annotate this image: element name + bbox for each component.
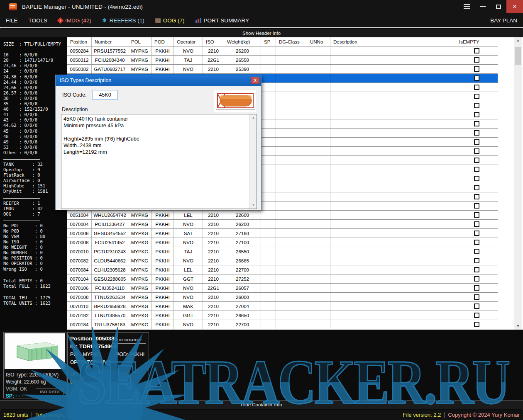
iso-data-button[interactable]: ISO DATA bbox=[36, 388, 64, 395]
isempty-checkbox[interactable] bbox=[474, 176, 479, 181]
isempty-checkbox[interactable] bbox=[474, 148, 479, 154]
isempty-checkbox[interactable] bbox=[474, 85, 479, 90]
isempty-checkbox[interactable] bbox=[474, 66, 479, 72]
isempty-checkbox[interactable] bbox=[474, 294, 479, 300]
scrollbar-down-arrow[interactable]: ▼ bbox=[514, 323, 522, 330]
isempty-checkbox[interactable] bbox=[474, 57, 479, 63]
table-row[interactable]: 0050382GATU0682717MYPKGPKKHINVO221025390 bbox=[67, 65, 498, 74]
table-row[interactable]: 0070110BPKU2958928MYPKGPKKHIMAK221027004 bbox=[67, 302, 498, 311]
table-cell bbox=[307, 274, 330, 283]
isempty-checkbox[interactable] bbox=[474, 203, 479, 209]
isempty-checkbox[interactable] bbox=[474, 267, 479, 272]
isempty-checkbox[interactable] bbox=[474, 313, 479, 318]
table-cell bbox=[307, 147, 330, 155]
minimize-button[interactable] bbox=[475, 0, 491, 13]
table-row[interactable]: 0070106FCIU3524110MYPKGPKKHINVO22G126057 bbox=[67, 284, 498, 293]
table-cell: PKKHI bbox=[152, 56, 174, 64]
menu-tools[interactable]: TOOLS bbox=[29, 17, 48, 24]
iso-code-input[interactable] bbox=[93, 90, 117, 100]
table-row[interactable]: 0070184TRLU3758183MYPKGPKKHINVO221022700 bbox=[67, 320, 498, 329]
isempty-checkbox[interactable] bbox=[474, 221, 479, 227]
close-button[interactable]: × bbox=[506, 0, 523, 13]
isempty-checkbox[interactable] bbox=[474, 303, 479, 309]
table-cell bbox=[276, 147, 307, 155]
dialog-title-bar[interactable]: ISO Types Description bbox=[56, 75, 261, 86]
isempty-checkbox[interactable] bbox=[474, 185, 479, 190]
table-row[interactable]: 0070006GESU3454552MYPKGPKKHISAT221027160 bbox=[67, 229, 498, 238]
table-row[interactable]: 0050284PRSU1577552MYPKGPKKHINVO221026200 bbox=[67, 46, 498, 56]
table-row[interactable]: 0070104GESU2288605MYPKGPKKHIGGT221027252 bbox=[67, 274, 498, 284]
isempty-checkbox[interactable] bbox=[474, 322, 479, 327]
column-header-iso[interactable]: ISO bbox=[203, 37, 224, 46]
isempty-checkbox[interactable] bbox=[474, 48, 479, 53]
column-header-isempty[interactable]: IsEMPTY bbox=[456, 37, 497, 46]
column-header-position[interactable]: Position bbox=[67, 37, 92, 46]
isempty-checkbox[interactable] bbox=[474, 276, 479, 282]
isempty-checkbox[interactable] bbox=[474, 158, 479, 163]
isempty-checkbox[interactable] bbox=[474, 285, 479, 291]
table-row[interactable]: 0050312FCIU2084340MYPKGPKKHITAJ22G126550 bbox=[67, 56, 498, 65]
isempty-checkbox[interactable] bbox=[474, 139, 479, 145]
table-row[interactable]: 0051084WHLU2654742MYPKGPKKHILEL221022600 bbox=[67, 211, 498, 220]
isempty-checkbox[interactable] bbox=[474, 240, 479, 245]
sidebar-divider bbox=[3, 276, 40, 276]
menu-imdg[interactable]: ! IMDG (42) bbox=[58, 17, 91, 24]
table-row[interactable]: 0070108TTNU2263534MYPKGPKKHINVO221026000 bbox=[67, 293, 498, 302]
show-header-info-bar[interactable]: Show Header Info bbox=[0, 29, 523, 37]
description-scrollbar[interactable]: ▲ ▼ bbox=[249, 114, 257, 209]
column-header-sp[interactable]: SP bbox=[261, 37, 276, 46]
isempty-checkbox[interactable] bbox=[474, 212, 479, 218]
edi-source-button[interactable]: EDI SOURCE bbox=[112, 336, 146, 344]
isempty-checkbox[interactable] bbox=[474, 130, 479, 136]
column-header-weight[interactable]: Weight(kg) bbox=[224, 37, 261, 46]
column-header-unno[interactable]: UNNo bbox=[307, 37, 330, 46]
isempty-cell bbox=[456, 56, 497, 64]
table-scrollbar[interactable]: ▲ ▼ bbox=[514, 37, 522, 330]
isempty-checkbox[interactable] bbox=[474, 75, 479, 81]
oh-label: OH: bbox=[70, 371, 95, 377]
dialog-close-button[interactable]: x bbox=[251, 77, 259, 84]
table-cell: MYPKG bbox=[128, 65, 152, 73]
isempty-checkbox[interactable] bbox=[474, 258, 479, 263]
isempty-checkbox[interactable] bbox=[474, 249, 479, 254]
table-row[interactable]: 0070008FCIU2541452MYPKGPKKHINVO221027100 bbox=[67, 238, 498, 247]
description-scroll-down-icon[interactable]: ▼ bbox=[250, 202, 257, 209]
menu-file[interactable]: FILE bbox=[6, 17, 18, 24]
table-cell: 0050312 bbox=[67, 56, 92, 64]
menu-oog[interactable]: OOG (7) bbox=[155, 17, 185, 24]
column-header-description[interactable]: Description bbox=[330, 37, 456, 46]
column-header-pod[interactable]: POD bbox=[152, 37, 174, 46]
table-row[interactable]: 0070004PCIU1336427MYPKGPKKHINVO221026200 bbox=[67, 220, 498, 229]
table-cell bbox=[276, 265, 307, 274]
hamburger-menu-button[interactable] bbox=[459, 0, 475, 13]
description-textarea[interactable]: 45K0 (40TK) Tank container Minimum press… bbox=[61, 114, 257, 209]
table-row[interactable]: 0070010PGTU2310243MYPKGPKKHITAJ221026550 bbox=[67, 247, 498, 256]
scrollbar-up-arrow[interactable]: ▲ bbox=[514, 37, 522, 44]
table-row[interactable]: 0070182TTNU1385570MYPKGPKKHIGGT221026650 bbox=[67, 311, 498, 320]
isempty-checkbox[interactable] bbox=[474, 112, 479, 117]
maximize-button[interactable] bbox=[491, 0, 506, 13]
column-header-operator[interactable]: Operator bbox=[174, 37, 203, 46]
column-header-number[interactable]: Number bbox=[92, 37, 128, 46]
table-cell bbox=[307, 256, 330, 265]
isempty-checkbox[interactable] bbox=[474, 121, 479, 126]
menu-bay-plan[interactable]: BAY PLAN bbox=[490, 17, 517, 24]
isempty-checkbox[interactable] bbox=[474, 167, 479, 172]
hide-container-info-bar[interactable]: Hide Container Info bbox=[0, 401, 523, 409]
menu-port-summary[interactable]: PORT SUMMARY bbox=[196, 17, 249, 24]
menu-reefers[interactable]: ❄ REEFERS (1) bbox=[102, 17, 144, 24]
scrollbar-thumb[interactable] bbox=[515, 47, 521, 65]
column-header-dg-class[interactable]: DG-Class bbox=[276, 37, 307, 46]
table-cell: NVO bbox=[174, 65, 203, 73]
table-row[interactable]: 0070082GLDU5440662MYPKGPKKHINVO221026665 bbox=[67, 256, 498, 265]
isempty-checkbox[interactable] bbox=[474, 94, 479, 99]
window-title: BAPLIE Manager - UNLIMITED - (4wmo22.edi… bbox=[22, 4, 143, 10]
isempty-cell bbox=[456, 256, 497, 265]
table-row[interactable]: 0070084CLHU2305628MYPKGPKKHILEL221022700 bbox=[67, 265, 498, 274]
column-header-pol[interactable]: POL bbox=[128, 37, 152, 46]
isempty-checkbox[interactable] bbox=[474, 231, 479, 236]
table-cell: 2210 bbox=[203, 274, 224, 283]
description-scroll-up-icon[interactable]: ▲ bbox=[250, 114, 257, 121]
isempty-checkbox[interactable] bbox=[474, 103, 479, 108]
isempty-checkbox[interactable] bbox=[474, 194, 479, 199]
